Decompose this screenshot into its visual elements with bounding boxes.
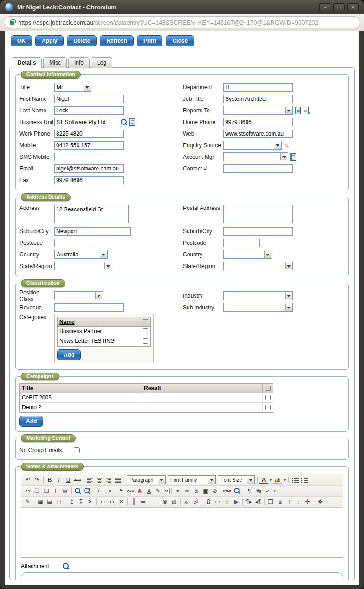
campaign-checkbox[interactable] bbox=[265, 405, 271, 410]
indent-icon[interactable]: ⇥ bbox=[104, 487, 113, 495]
toolbar-separator[interactable] bbox=[95, 497, 98, 506]
attributes-icon[interactable]: ✎ bbox=[154, 487, 163, 495]
toolbar-separator[interactable] bbox=[256, 476, 259, 484]
outdent-icon[interactable]: ⇤ bbox=[95, 487, 104, 495]
unlink-icon[interactable]: ⚮ bbox=[182, 487, 192, 495]
visual-chars-icon[interactable]: ¶ bbox=[245, 487, 254, 495]
toolbar-separator[interactable] bbox=[113, 487, 117, 495]
business-unit-ledger-icon[interactable] bbox=[129, 118, 135, 126]
postal-postcode-input[interactable] bbox=[223, 239, 260, 247]
toolbar-separator[interactable] bbox=[241, 497, 244, 506]
align-center-icon[interactable] bbox=[95, 476, 104, 484]
superscript-icon[interactable]: x² bbox=[191, 497, 201, 506]
postal-state-region-select[interactable] bbox=[223, 262, 293, 270]
redo-icon[interactable]: ↷ bbox=[32, 476, 42, 484]
reports-to-new-record-icon[interactable] bbox=[303, 107, 309, 114]
tab-info[interactable]: Info bbox=[68, 57, 90, 68]
close-form-button[interactable]: Close bbox=[166, 35, 194, 46]
backcolor-menu-icon[interactable]: ▾ bbox=[282, 476, 287, 484]
maximize-button[interactable]: ▢ bbox=[333, 3, 345, 11]
format-select[interactable]: Paragraph bbox=[127, 475, 166, 484]
state-region-select[interactable] bbox=[54, 262, 112, 270]
delete-row-icon[interactable]: ✕ bbox=[85, 497, 95, 506]
enquiry-source-select[interactable] bbox=[223, 141, 282, 150]
find-replace-icon[interactable] bbox=[82, 487, 91, 495]
close-button[interactable]: ✕ bbox=[347, 3, 359, 11]
campaign-row[interactable]: CeBIT 2005 bbox=[20, 393, 273, 403]
blockquote-icon[interactable]: ❝ bbox=[117, 487, 126, 495]
first-name-input[interactable] bbox=[54, 95, 124, 103]
attachment-input[interactable] bbox=[21, 572, 343, 580]
ins-icon[interactable]: A bbox=[144, 487, 154, 495]
account-mgr-select[interactable] bbox=[223, 152, 288, 161]
suburb-city-input[interactable] bbox=[54, 227, 131, 236]
reports-to-select[interactable] bbox=[223, 106, 293, 115]
cleanup-icon[interactable]: ⊘ bbox=[210, 487, 220, 495]
anchor-icon[interactable]: ⚓ bbox=[192, 487, 201, 495]
editor-content-area[interactable] bbox=[21, 507, 343, 557]
toolbar-separator[interactable] bbox=[64, 497, 67, 506]
toolbar-separator[interactable] bbox=[263, 497, 266, 506]
toolbar-separator[interactable] bbox=[179, 497, 182, 506]
business-unit-input[interactable] bbox=[54, 118, 118, 126]
emotions-icon[interactable]: ☺ bbox=[222, 497, 232, 506]
image-icon[interactable]: ▣ bbox=[201, 487, 210, 495]
delete-col-icon[interactable]: ✕ bbox=[117, 497, 126, 506]
bold-icon[interactable]: B bbox=[45, 476, 54, 484]
paste-as-text-icon[interactable]: T bbox=[51, 487, 60, 495]
sms-mobile-input[interactable] bbox=[54, 153, 109, 161]
tab-log[interactable]: Log bbox=[91, 57, 112, 68]
col-before-icon[interactable]: ↤ bbox=[98, 497, 107, 506]
font-family-select[interactable]: Font Family bbox=[168, 475, 216, 484]
industry-select[interactable] bbox=[223, 291, 293, 300]
no-group-emails-checkbox[interactable] bbox=[74, 447, 80, 453]
html-source-icon[interactable]: HTML bbox=[223, 487, 232, 495]
paste-icon[interactable]: ❏ bbox=[42, 487, 51, 495]
cut-icon[interactable]: ✂ bbox=[23, 487, 32, 495]
ltr-icon[interactable]: ¶▸ bbox=[244, 497, 254, 506]
unordered-list-icon[interactable] bbox=[290, 476, 299, 484]
campaign-checkbox[interactable] bbox=[265, 395, 271, 400]
backcolor-icon[interactable]: ab bbox=[273, 476, 282, 484]
apply-button[interactable]: Apply bbox=[35, 35, 64, 46]
absolute-position-icon[interactable]: ✛ bbox=[303, 497, 312, 506]
job-title-input[interactable] bbox=[223, 95, 293, 103]
refresh-button[interactable]: Refresh bbox=[100, 35, 134, 46]
toolbar-separator[interactable] bbox=[82, 476, 85, 484]
toolbar-separator[interactable] bbox=[312, 497, 316, 506]
https-padlock-icon[interactable] bbox=[10, 21, 14, 25]
find-icon[interactable] bbox=[73, 487, 82, 495]
preview-icon[interactable] bbox=[232, 487, 241, 495]
fax-input[interactable] bbox=[54, 176, 124, 184]
revenue-input[interactable] bbox=[54, 303, 124, 312]
toolbar-separator[interactable] bbox=[148, 497, 151, 506]
toolbar-separator[interactable] bbox=[201, 497, 204, 506]
toolbar-toggle-icon[interactable]: ▾ bbox=[273, 487, 277, 495]
department-input[interactable] bbox=[223, 83, 293, 92]
forecolor-icon[interactable]: A bbox=[259, 476, 268, 484]
mobile-input[interactable] bbox=[54, 141, 124, 150]
undo-icon[interactable]: ↶ bbox=[23, 476, 32, 484]
align-justify-icon[interactable] bbox=[113, 476, 123, 484]
insert-layer-icon[interactable]: ⧈ bbox=[275, 497, 285, 506]
merge-cells-icon[interactable]: ╪ bbox=[138, 497, 148, 506]
tab-misc[interactable]: Misc bbox=[43, 57, 67, 68]
account-mgr-ledger-icon[interactable] bbox=[290, 153, 296, 161]
category-row[interactable]: Business Partner bbox=[58, 327, 150, 336]
enquiry-source-edit-icon[interactable] bbox=[284, 142, 290, 149]
title-select[interactable]: Mr bbox=[54, 83, 91, 92]
align-right-icon[interactable] bbox=[104, 476, 113, 484]
toolbar-separator[interactable] bbox=[220, 487, 223, 495]
position-class-select[interactable] bbox=[54, 291, 103, 300]
minimize-button[interactable]: – bbox=[319, 3, 331, 11]
remove-format-icon[interactable]: ⊗ bbox=[160, 497, 169, 506]
category-checkbox[interactable] bbox=[143, 338, 148, 344]
postcode-input[interactable] bbox=[54, 239, 95, 247]
sub-industry-select[interactable] bbox=[223, 303, 293, 312]
toolbar-separator[interactable] bbox=[170, 487, 173, 495]
horizontal-rule-icon[interactable]: — bbox=[151, 497, 160, 506]
col-after-icon[interactable]: ↦ bbox=[107, 497, 117, 506]
postal-country-select[interactable] bbox=[223, 250, 272, 259]
toolbar-separator[interactable] bbox=[42, 476, 45, 484]
page-break-icon[interactable]: ↹ bbox=[254, 487, 263, 495]
